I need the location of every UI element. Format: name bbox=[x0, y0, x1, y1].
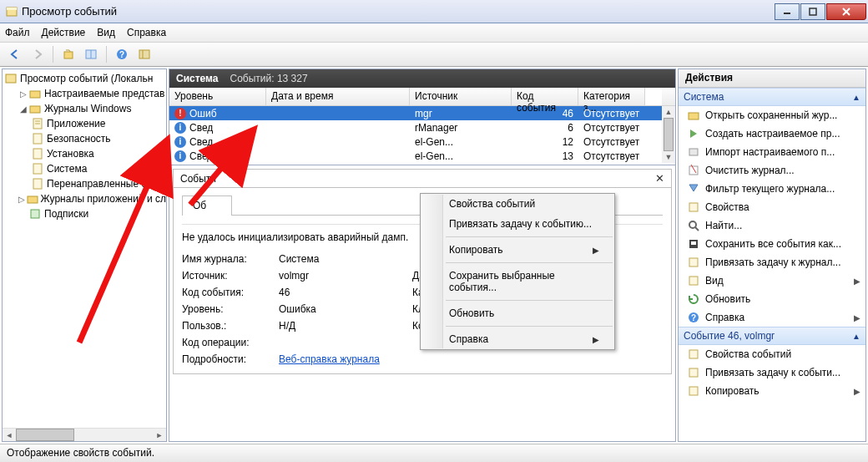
tree-system[interactable]: Система bbox=[3, 161, 166, 176]
action-item[interactable]: Сохранить все события как... bbox=[679, 235, 865, 253]
actions-section-event[interactable]: Событие 46, volmgr▲ bbox=[679, 327, 865, 345]
cm-save-selected[interactable]: Сохранить выбранные события... bbox=[421, 266, 614, 297]
action-item[interactable]: Найти... bbox=[679, 216, 865, 235]
table-row[interactable]: iСведel-Gen...12Отсутствует bbox=[169, 135, 662, 149]
svg-rect-40 bbox=[689, 387, 698, 395]
action-icon: ? bbox=[687, 311, 700, 324]
expand-icon[interactable]: ▷ bbox=[18, 89, 28, 99]
forward-button[interactable] bbox=[28, 44, 48, 64]
close-button[interactable] bbox=[826, 3, 866, 20]
svg-rect-23 bbox=[28, 196, 38, 203]
action-icon bbox=[687, 182, 700, 195]
action-item[interactable]: Создать настраиваемое пр... bbox=[679, 124, 865, 143]
app-icon bbox=[5, 5, 18, 18]
tb-help-icon[interactable]: ? bbox=[112, 44, 132, 64]
level-icon: i bbox=[174, 122, 186, 134]
action-icon bbox=[687, 127, 700, 140]
maximize-button[interactable] bbox=[800, 3, 825, 20]
action-item[interactable]: Свойства bbox=[679, 198, 865, 216]
event-grid[interactable]: !Ошибmgr46ОтсутствуетiСведrManager6Отсут… bbox=[169, 106, 662, 163]
tree-app-services[interactable]: ▷ Журналы приложений и сл bbox=[3, 191, 166, 206]
action-icon bbox=[687, 366, 700, 379]
col-date[interactable]: Дата и время bbox=[266, 88, 410, 105]
tab-general[interactable]: Об bbox=[182, 195, 232, 216]
tree-windows-logs[interactable]: ◢ Журналы Windows bbox=[3, 101, 166, 116]
col-category[interactable]: Категория з... bbox=[578, 88, 645, 105]
action-item[interactable]: Обновить bbox=[679, 290, 865, 308]
action-item[interactable]: Привязать задачу к событи... bbox=[679, 363, 865, 382]
svg-rect-26 bbox=[689, 149, 698, 155]
svg-rect-21 bbox=[33, 164, 42, 174]
svg-rect-35 bbox=[689, 277, 698, 285]
close-detail-icon[interactable]: ✕ bbox=[655, 172, 664, 185]
col-code[interactable]: Код события bbox=[512, 88, 578, 105]
tree-forwarded[interactable]: Перенаправленные со bbox=[3, 176, 166, 191]
action-icon bbox=[687, 237, 700, 251]
action-item[interactable]: Вид▶ bbox=[679, 272, 865, 290]
back-button[interactable] bbox=[5, 44, 25, 64]
menu-file[interactable]: Файл bbox=[5, 27, 30, 38]
vertical-scrollbar[interactable]: ▲▼ bbox=[662, 88, 675, 163]
tree-subscriptions[interactable]: ▷ Подписки bbox=[3, 206, 166, 221]
svg-rect-13 bbox=[6, 74, 16, 83]
menu-action[interactable]: Действие bbox=[42, 27, 86, 38]
submenu-arrow-icon: ▶ bbox=[593, 335, 599, 344]
menu-help[interactable]: Справка bbox=[127, 27, 166, 38]
table-row[interactable]: !Ошибmgr46Отсутствует bbox=[169, 106, 662, 120]
submenu-arrow-icon: ▶ bbox=[593, 246, 599, 255]
collapse-icon: ▲ bbox=[852, 332, 860, 341]
minimize-button[interactable] bbox=[775, 3, 800, 20]
cm-refresh[interactable]: Обновить bbox=[421, 303, 614, 323]
cm-event-properties[interactable]: Свойства событий bbox=[421, 194, 614, 214]
svg-rect-29 bbox=[689, 203, 698, 211]
action-icon bbox=[687, 384, 700, 398]
action-icon bbox=[687, 348, 700, 361]
action-item[interactable]: Очистить журнал... bbox=[679, 161, 865, 180]
table-row[interactable]: iСведrManager6Отсутствует bbox=[169, 120, 662, 135]
folder-icon bbox=[27, 192, 38, 206]
expand-icon[interactable]: ▷ bbox=[18, 195, 27, 204]
actions-section-system[interactable]: Система▲ bbox=[679, 88, 865, 106]
col-source[interactable]: Источник bbox=[410, 88, 512, 105]
svg-rect-22 bbox=[33, 179, 42, 189]
web-help-link[interactable]: Веб-справка журнала bbox=[279, 353, 380, 365]
action-item[interactable]: Фильтр текущего журнала... bbox=[679, 180, 865, 198]
table-row[interactable]: iСведel-Gen...13Отсутствует bbox=[169, 149, 662, 163]
action-item[interactable]: Импорт настраиваемого п... bbox=[679, 143, 865, 161]
level-icon: i bbox=[174, 150, 186, 162]
tree-setup[interactable]: Установка bbox=[3, 146, 166, 161]
tree-application[interactable]: Приложение bbox=[3, 116, 166, 131]
action-icon bbox=[687, 274, 700, 287]
context-menu: Свойства событий Привязать задачу к собы… bbox=[420, 193, 615, 350]
svg-point-30 bbox=[689, 221, 696, 228]
menu-view[interactable]: Вид bbox=[97, 27, 115, 38]
action-item[interactable]: ?Справка▶ bbox=[679, 308, 865, 327]
horizontal-scrollbar[interactable]: ◄► bbox=[3, 428, 166, 441]
cm-attach-task[interactable]: Привязать задачу к событию... bbox=[421, 214, 614, 234]
action-item[interactable]: Копировать▶ bbox=[679, 382, 865, 400]
action-item[interactable]: Привязать задачу к журнал... bbox=[679, 253, 865, 272]
action-item[interactable]: Открыть сохраненный жур... bbox=[679, 106, 865, 124]
tb-icon-3[interactable] bbox=[134, 44, 154, 64]
col-level[interactable]: Уровень bbox=[169, 88, 266, 105]
action-item[interactable]: Свойства событий bbox=[679, 345, 865, 363]
tree-root[interactable]: Просмотр событий (Локальн bbox=[3, 71, 166, 86]
tb-icon-1[interactable] bbox=[58, 44, 78, 64]
collapse-icon[interactable]: ◢ bbox=[18, 104, 28, 114]
log-icon bbox=[31, 147, 44, 160]
collapse-icon: ▲ bbox=[852, 93, 860, 102]
window-title: Просмотр событий bbox=[22, 5, 775, 18]
tree-custom-views[interactable]: ▷ Настраиваемые представ bbox=[3, 86, 166, 101]
log-icon bbox=[31, 162, 44, 175]
cm-help[interactable]: Справка▶ bbox=[421, 329, 614, 349]
status-bar: Отображение свойств событий. bbox=[0, 444, 868, 462]
tree-pane: Просмотр событий (Локальн ▷ Настраиваемы… bbox=[2, 69, 167, 442]
tb-icon-2[interactable] bbox=[81, 44, 101, 64]
svg-rect-34 bbox=[689, 258, 698, 267]
tree-security[interactable]: Безопасность bbox=[3, 131, 166, 146]
log-icon bbox=[31, 177, 44, 190]
cm-copy[interactable]: Копировать▶ bbox=[421, 240, 614, 260]
action-icon bbox=[687, 164, 700, 177]
event-count: Событий: 13 327 bbox=[230, 73, 308, 84]
svg-rect-1 bbox=[7, 8, 17, 10]
